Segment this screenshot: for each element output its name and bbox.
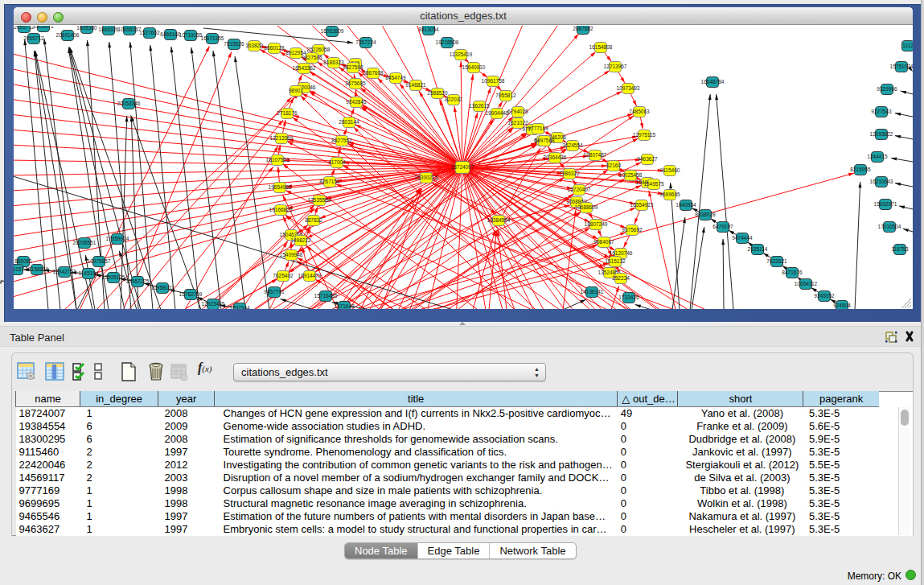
svg-text:9245052: 9245052 [814, 293, 835, 299]
svg-text:1112: 1112 [902, 43, 913, 48]
svg-text:8813054: 8813054 [418, 27, 439, 32]
svg-text:16107553: 16107553 [266, 157, 290, 163]
svg-text:3675685: 3675685 [345, 80, 366, 86]
svg-text:9242845: 9242845 [346, 99, 367, 105]
svg-text:15409948: 15409948 [280, 252, 303, 257]
svg-text:16782759: 16782759 [179, 291, 203, 297]
svg-text:12213967: 12213967 [604, 64, 627, 69]
svg-text:10973493: 10973493 [617, 85, 640, 91]
svg-text:19218506: 19218506 [436, 39, 459, 45]
svg-text:6794028: 6794028 [507, 109, 528, 114]
svg-text:7986322: 7986322 [559, 171, 580, 176]
svg-text:19166825: 19166825 [269, 207, 293, 212]
svg-text:17957275: 17957275 [126, 278, 150, 284]
svg-text:2803144: 2803144 [339, 119, 359, 125]
svg-text:2588520: 2588520 [427, 90, 448, 96]
svg-text:10961758: 10961758 [482, 78, 505, 84]
svg-text:16648784: 16648784 [701, 79, 725, 84]
svg-text:7515526: 7515526 [224, 41, 244, 47]
svg-text:10807487: 10807487 [584, 152, 607, 158]
svg-text:12093822: 12093822 [870, 131, 893, 137]
svg-text:16914479: 16914479 [298, 273, 322, 278]
svg-text:1621022: 1621022 [507, 120, 528, 126]
svg-text:6497568: 6497568 [534, 138, 555, 143]
svg-text:8471676: 8471676 [782, 270, 803, 275]
svg-text:12923445: 12923445 [202, 301, 225, 307]
svg-text:18807249: 18807249 [585, 221, 608, 227]
svg-text:9827505: 9827505 [302, 55, 322, 60]
svg-text:7955812: 7955812 [495, 93, 516, 98]
svg-text:16543362: 16543362 [293, 65, 316, 71]
svg-text:17359924: 17359924 [106, 236, 129, 241]
svg-text:9699695: 9699695 [659, 192, 680, 197]
svg-text:8660128: 8660128 [264, 45, 285, 51]
svg-text:13535594: 13535594 [308, 197, 331, 203]
svg-text:163822: 163822 [245, 43, 263, 48]
svg-text:1145194: 1145194 [79, 270, 99, 276]
svg-text:1362615: 1362615 [469, 103, 490, 109]
svg-text:1605380: 1605380 [76, 26, 97, 31]
svg-text:1549575: 1549575 [643, 181, 664, 187]
svg-text:20206551: 20206551 [73, 240, 97, 245]
svg-text:11325419: 11325419 [450, 51, 473, 57]
svg-text:2087682: 2087682 [573, 26, 593, 31]
svg-text:15720407: 15720407 [568, 187, 591, 192]
svg-text:9827508: 9827508 [343, 64, 363, 70]
svg-text:1244415: 1244415 [867, 154, 888, 159]
svg-text:9777169: 9777169 [528, 126, 548, 131]
svg-text:2867608: 2867608 [363, 70, 384, 76]
svg-text:16210643: 16210643 [870, 179, 893, 184]
svg-text:1571648: 1571648 [334, 303, 355, 309]
svg-text:19384554: 19384554 [487, 217, 511, 223]
svg-text:1615132: 1615132 [605, 258, 626, 264]
svg-text:9463627: 9463627 [637, 156, 658, 162]
svg-text:1733426: 1733426 [618, 295, 639, 300]
svg-text:7625402: 7625402 [273, 273, 294, 278]
svg-text:10655267: 10655267 [118, 27, 142, 32]
svg-text:17010504: 17010504 [878, 224, 901, 229]
svg-text:12505135: 12505135 [102, 274, 125, 280]
svg-text:7632621: 7632621 [766, 258, 787, 264]
svg-text:62160: 62160 [606, 163, 621, 168]
svg-text:15692971: 15692971 [874, 201, 897, 207]
svg-text:924504: 924504 [833, 303, 851, 308]
svg-text:9146821: 9146821 [405, 82, 426, 88]
svg-text:885081: 885081 [14, 258, 32, 264]
svg-text:9457791: 9457791 [264, 289, 285, 295]
svg-text:10654112: 10654112 [795, 281, 818, 286]
svg-text:15716485: 15716485 [314, 293, 338, 299]
svg-text:9084067: 9084067 [593, 239, 614, 245]
svg-text:9329966: 9329966 [877, 86, 897, 92]
svg-text:6479197: 6479197 [713, 224, 733, 229]
svg-text:15640910: 15640910 [462, 64, 486, 70]
svg-text:8267150: 8267150 [319, 179, 340, 184]
svg-text:9227543: 9227543 [871, 109, 892, 114]
svg-text:3624554: 3624554 [562, 142, 583, 148]
svg-text:8186323: 8186323 [323, 60, 344, 65]
svg-text:417004: 417004 [328, 159, 346, 165]
svg-text:12156819: 12156819 [26, 266, 49, 272]
svg-text:25300215: 25300215 [415, 175, 438, 180]
svg-text:1292344: 1292344 [229, 305, 250, 309]
svg-text:10719155: 10719155 [179, 32, 203, 38]
svg-text:12213369: 12213369 [270, 135, 294, 141]
svg-text:2055712: 2055712 [14, 26, 35, 30]
svg-text:6466160: 6466160 [160, 31, 181, 37]
svg-text:7485063: 7485063 [629, 109, 650, 114]
svg-text:19654985: 19654985 [269, 184, 292, 190]
svg-text:8454749: 8454749 [385, 75, 406, 80]
svg-text:822037: 822037 [445, 97, 462, 102]
svg-text:9375692: 9375692 [622, 227, 643, 233]
svg-text:8427552: 8427552 [331, 138, 352, 143]
svg-text:9115460: 9115460 [660, 167, 680, 173]
svg-text:25226058: 25226058 [307, 47, 331, 52]
svg-text:2935114: 2935114 [748, 246, 768, 252]
svg-text:1640954: 1640954 [676, 202, 696, 208]
svg-text:2055712: 2055712 [23, 35, 44, 41]
svg-text:15751074: 15751074 [890, 64, 913, 69]
svg-text:10025458: 10025458 [619, 172, 643, 178]
svg-text:252234: 252234 [612, 275, 630, 281]
svg-text:12942757: 12942757 [53, 269, 76, 274]
svg-text:10688609: 10688609 [575, 204, 598, 210]
svg-text:9474444: 9474444 [732, 235, 753, 241]
